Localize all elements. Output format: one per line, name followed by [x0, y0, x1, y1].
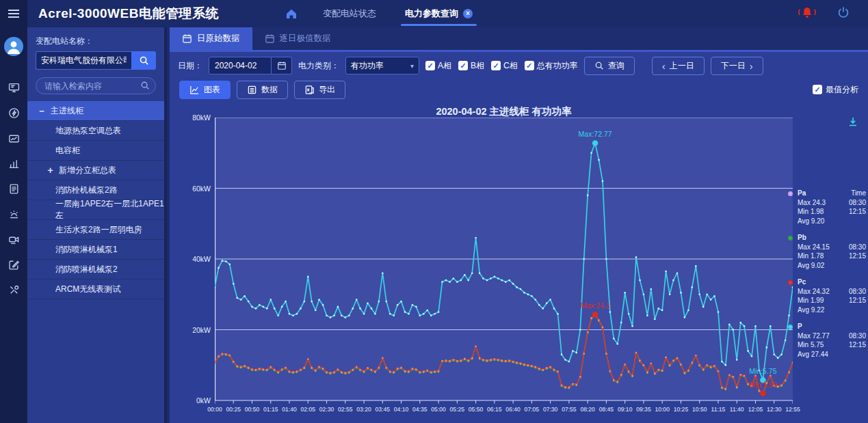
legend-dot-icon: [788, 280, 793, 285]
rail-icon-list: [5, 79, 22, 298]
legend-text: Max 24.15: [798, 243, 830, 252]
y-axis-tick-label: 60kW: [178, 185, 211, 193]
phase-checkbox-label: C相: [503, 60, 518, 72]
previous-day-label: 上一日: [670, 60, 694, 72]
tree-item[interactable]: 电容柜: [27, 141, 164, 161]
previous-day-button[interactable]: ‹ 上一日: [652, 57, 705, 75]
tree-item-label: 新增分立柜总表: [59, 165, 116, 176]
phase-checkbox-label: A相: [438, 60, 451, 72]
line-chart-icon: [189, 85, 200, 95]
date-input[interactable]: [209, 57, 272, 74]
legend-text: Avg 9.02: [798, 261, 824, 271]
svg-text:Min:5.75: Min:5.75: [749, 367, 776, 375]
export-label: 导出: [319, 84, 335, 96]
phase-checkbox[interactable]: ✓总有功功率: [525, 60, 578, 72]
tree-item[interactable]: 生活水泵2路一层弱电房: [27, 220, 164, 240]
plus-icon[interactable]: ＋: [46, 164, 54, 176]
phase-checkboxes: ✓A相✓B相✓C相✓总有功功率: [425, 60, 578, 72]
next-day-button[interactable]: 下一日 ›: [711, 57, 763, 75]
bar-chart-icon[interactable]: [5, 155, 22, 172]
phase-checkbox-label: 总有功功率: [537, 60, 578, 72]
view-tab-strip: 日原始数据 逐日极值数据: [170, 27, 868, 50]
legend-dot-icon: [788, 325, 793, 329]
export-button[interactable]: 导出: [294, 81, 345, 99]
legend-time: 12:15: [849, 251, 866, 261]
legend-group-Pa[interactable]: PaTimeMax 24.308:30Min 1.9812:15Avg 9.20: [789, 189, 866, 226]
legend-text: Avg 9.22: [798, 305, 824, 315]
station-search-button[interactable]: [131, 51, 156, 70]
legend-group-Pc[interactable]: PcMax 24.3208:30Min 1.9912:15Avg 9.22: [789, 277, 866, 314]
legend-group-Pb[interactable]: PbMax 24.1508:30Min 1.7812:15Avg 9.02: [789, 233, 866, 270]
legend-text: Avg 27.44: [798, 350, 828, 359]
tree-item-label: 生活水泵2路一层弱电房: [55, 224, 142, 236]
alarm-bell-icon[interactable]: [797, 5, 817, 22]
checkbox-check-icon: ✓: [425, 61, 435, 70]
tab-daily-raw-data[interactable]: 日原始数据: [170, 27, 252, 50]
data-view-button[interactable]: 数据: [237, 81, 288, 99]
tab-substation-status[interactable]: 变配电站状态: [321, 0, 378, 27]
tree-item-label: 一层南1APE2右一层北1APE1左: [55, 198, 164, 221]
tab-power-parameter-query[interactable]: 电力参数查询 ×: [404, 0, 474, 27]
camera-icon[interactable]: [5, 231, 22, 247]
tools-icon[interactable]: [5, 282, 22, 298]
menu-toggle-icon[interactable]: [0, 0, 27, 27]
extreme-analysis-label: 最值分析: [826, 84, 858, 96]
svg-text:Max:24.3: Max:24.3: [580, 301, 609, 310]
power-line-chart[interactable]: Max:72.77Max:24.3Min:5.75Min:1.99: [215, 118, 793, 405]
alarm-light-icon[interactable]: [5, 206, 22, 222]
query-button[interactable]: 查询: [584, 57, 635, 75]
legend-time: 12:15: [849, 340, 866, 350]
date-label: 日期：: [178, 60, 202, 72]
station-name-input[interactable]: [36, 51, 131, 70]
legend-text: Min 5.75: [798, 340, 824, 350]
tab-daily-extreme-data[interactable]: 逐日极值数据: [252, 27, 343, 50]
close-tab-icon[interactable]: ×: [463, 9, 473, 18]
minus-icon[interactable]: −: [38, 106, 46, 116]
tree-item[interactable]: ARCM无线表测试: [27, 279, 164, 299]
tree-filter-input[interactable]: [36, 77, 156, 94]
tree-item[interactable]: 消防喷淋机械泵1: [27, 240, 164, 260]
tab-label: 电力参数查询: [405, 8, 458, 20]
top-tab-bar: 变配电站状态 电力参数查询 ×: [321, 0, 500, 27]
tree-item[interactable]: 一层南1APE2右一层北1APE1左: [27, 200, 164, 220]
archive-chart-icon[interactable]: [5, 130, 22, 146]
download-chart-icon[interactable]: [847, 116, 858, 130]
tree-item[interactable]: 消防喷淋机械泵2: [27, 260, 164, 279]
chart-view-button[interactable]: 图表: [179, 81, 231, 99]
legend-dot-icon: [788, 191, 793, 196]
tree-item-label: 消防喷淋机械泵2: [55, 264, 118, 275]
legend-group-P[interactable]: PMax 72.7708:30Min 5.7512:15Avg 27.44: [789, 322, 866, 359]
report-icon[interactable]: [5, 180, 22, 197]
phase-checkbox[interactable]: ✓C相: [491, 60, 518, 72]
data-view-label: 数据: [261, 84, 278, 96]
user-avatar[interactable]: [4, 37, 23, 56]
tree-item[interactable]: −主进线柜: [27, 101, 164, 121]
tab-label: 变配电站状态: [323, 8, 376, 20]
power-category-select[interactable]: 有功功率 ▾: [345, 57, 419, 74]
data-table-icon: [247, 85, 257, 95]
edit-icon[interactable]: [5, 256, 22, 273]
calendar-picker-icon[interactable]: [272, 57, 292, 74]
topbar-actions: [797, 5, 868, 22]
energy-circle-icon[interactable]: [5, 105, 22, 121]
y-axis-tick-label: 80kW: [178, 113, 211, 122]
extreme-analysis-checkbox[interactable]: ✓ 最值分析: [813, 84, 858, 96]
legend-text: Max 72.77: [798, 331, 830, 341]
search-icon: [139, 55, 149, 66]
svg-text:Min:1.99: Min:1.99: [749, 381, 776, 389]
tree-item-label: 电容柜: [55, 145, 80, 156]
selected-category: 有功功率: [351, 60, 384, 72]
phase-checkbox[interactable]: ✓B相: [458, 60, 484, 72]
legend-time: 08:30: [849, 287, 866, 297]
tree-item[interactable]: 地源热泵空调总表: [27, 121, 164, 141]
monitor-icon[interactable]: [5, 79, 22, 96]
tree-item[interactable]: ＋新增分立柜总表: [27, 161, 164, 180]
phase-checkbox[interactable]: ✓A相: [425, 60, 451, 72]
home-icon[interactable]: [285, 7, 298, 21]
tree-item[interactable]: 消防栓机械泵2路: [27, 180, 164, 200]
legend-text: Min 1.99: [798, 296, 824, 305]
power-icon[interactable]: [837, 5, 850, 22]
legend-time: Time: [851, 189, 866, 198]
left-icon-rail: [0, 0, 27, 423]
chart-legend: PaTimeMax 24.308:30Min 1.9812:15Avg 9.20…: [789, 189, 866, 366]
